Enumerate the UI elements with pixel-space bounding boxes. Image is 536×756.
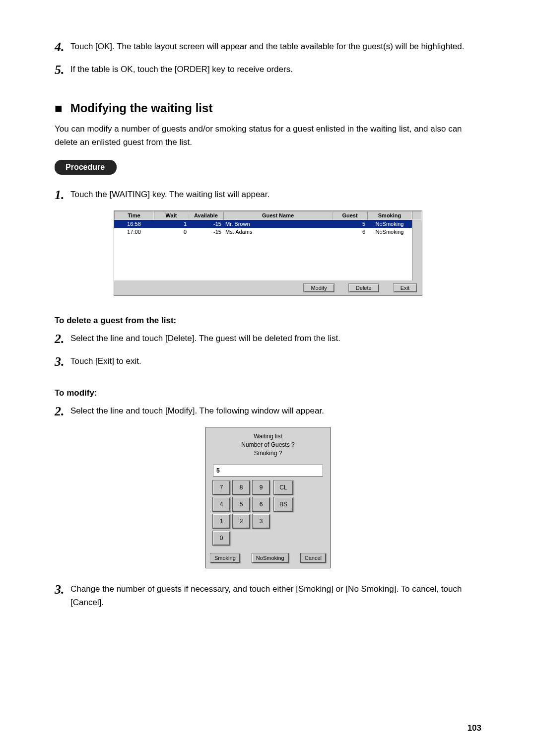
modify-button[interactable]: Modify bbox=[303, 283, 334, 292]
col-guestname: Guest Name bbox=[223, 211, 333, 220]
nosmoking-button[interactable]: NoSmoking bbox=[252, 553, 289, 563]
procedure-badge: Procedure bbox=[55, 160, 117, 175]
cell-time[interactable]: 16:58 bbox=[114, 220, 154, 228]
step-text: Touch [OK]. The table layout screen will… bbox=[69, 40, 481, 53]
dialog-title: Waiting list Number of Guests ? Smoking … bbox=[206, 427, 330, 459]
step-number: 5 bbox=[55, 63, 69, 76]
waiting-list-panel: Time Wait Available Guest Name Guest Smo… bbox=[114, 210, 422, 296]
section-intro: You can modify a number of guests and/or… bbox=[55, 122, 481, 149]
delete-button[interactable]: Delete bbox=[348, 283, 379, 292]
step-text: Touch the [WAITING] key. The waiting lis… bbox=[69, 188, 481, 201]
cell-smoking[interactable]: NoSmoking bbox=[367, 228, 412, 236]
col-smoking: Smoking bbox=[367, 211, 412, 220]
key-backspace[interactable]: BS bbox=[273, 497, 293, 512]
cell-wait[interactable]: 1 bbox=[154, 220, 189, 228]
col-wait: Wait bbox=[154, 211, 189, 220]
dialog-title-line: Smoking ? bbox=[209, 449, 327, 458]
key-7[interactable]: 7 bbox=[212, 480, 230, 495]
modify-dialog: Waiting list Number of Guests ? Smoking … bbox=[205, 427, 331, 568]
delete-subheading: To delete a guest from the list: bbox=[55, 316, 481, 326]
exit-button[interactable]: Exit bbox=[393, 283, 417, 292]
step-number: 4 bbox=[55, 40, 69, 54]
key-1[interactable]: 1 bbox=[212, 514, 230, 529]
scrollbar-head bbox=[412, 211, 422, 220]
cell-guest[interactable]: 5 bbox=[333, 220, 367, 228]
key-6[interactable]: 6 bbox=[252, 497, 270, 512]
step-text: Select the line and touch [Delete]. The … bbox=[69, 332, 481, 345]
cell-available[interactable]: -15 bbox=[189, 220, 223, 228]
step-number: 2 bbox=[55, 332, 69, 345]
smoking-button[interactable]: Smoking bbox=[210, 553, 240, 563]
step-text: Change the number of guests if necessary… bbox=[69, 582, 481, 609]
key-2[interactable]: 2 bbox=[232, 514, 250, 529]
modify-subheading: To modify: bbox=[55, 388, 481, 398]
step-number: 3 bbox=[55, 354, 69, 368]
step-number: 3 bbox=[55, 582, 69, 596]
key-4[interactable]: 4 bbox=[212, 497, 230, 512]
cell-guest[interactable]: 6 bbox=[333, 228, 367, 236]
cell-guestname[interactable]: Ms. Adams bbox=[223, 228, 333, 236]
key-clear[interactable]: CL bbox=[273, 480, 293, 495]
square-bullet-icon: ■ bbox=[55, 102, 63, 115]
step-text: If the table is OK, touch the [ORDER] ke… bbox=[69, 63, 481, 76]
key-3[interactable]: 3 bbox=[252, 514, 270, 529]
cell-guestname[interactable]: Mr. Brown bbox=[223, 220, 333, 228]
guest-count-input[interactable]: 5 bbox=[213, 465, 323, 477]
step-text: Select the line and touch [Modify]. The … bbox=[69, 404, 481, 417]
scrollbar[interactable] bbox=[412, 220, 422, 280]
key-8[interactable]: 8 bbox=[232, 480, 250, 495]
cell-available[interactable]: -15 bbox=[189, 228, 223, 236]
cell-smoking[interactable]: NoSmoking bbox=[367, 220, 412, 228]
cancel-button[interactable]: Cancel bbox=[300, 553, 326, 563]
cell-wait[interactable]: 0 bbox=[154, 228, 189, 236]
page-number: 103 bbox=[468, 723, 481, 733]
key-9[interactable]: 9 bbox=[252, 480, 270, 495]
step-number: 2 bbox=[55, 404, 69, 418]
list-empty-area bbox=[114, 236, 412, 280]
col-guest: Guest bbox=[333, 211, 367, 220]
col-available: Available bbox=[189, 211, 223, 220]
cell-time[interactable]: 17:00 bbox=[114, 228, 154, 236]
col-time: Time bbox=[114, 211, 154, 220]
step-text: Touch [Exit] to exit. bbox=[69, 354, 481, 368]
key-0[interactable]: 0 bbox=[212, 531, 230, 546]
dialog-title-line: Waiting list bbox=[209, 432, 327, 441]
section-heading: Modifying the waiting list bbox=[70, 101, 213, 115]
key-5[interactable]: 5 bbox=[232, 497, 250, 512]
step-number: 1 bbox=[55, 188, 69, 202]
dialog-title-line: Number of Guests ? bbox=[209, 441, 327, 449]
